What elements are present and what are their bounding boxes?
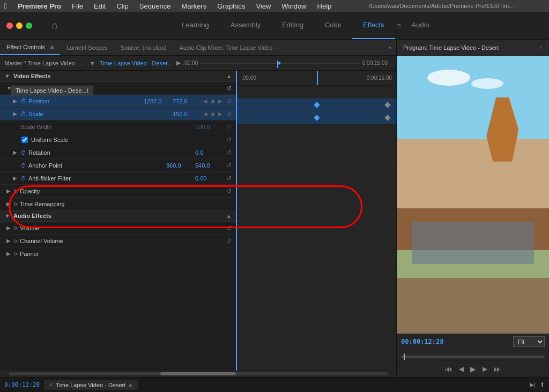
tab-effects[interactable]: Effects [352,12,395,39]
scale-keyframe-end[interactable] [384,115,390,120]
rotation-stopwatch-icon[interactable]: ⏱ [20,149,26,156]
uniform-scale-checkbox[interactable] [21,137,28,143]
anchor-stopwatch-icon[interactable]: ⏱ [20,162,26,169]
video-effects-expand-arrow[interactable]: ▼ [4,73,10,79]
step-forward-btn[interactable]: ▶ [483,365,487,373]
panner-expand-arrow[interactable]: ▶ [6,251,12,257]
transport-playhead[interactable] [404,353,405,360]
menu-edit[interactable]: Edit [90,2,110,10]
position-forward-btn[interactable]: ▶ [217,98,224,104]
anti-flicker-expand-arrow[interactable]: ▶ [13,175,18,181]
scale-stopwatch-icon[interactable]: ⏱ [20,111,26,117]
position-diamond-btn[interactable]: ◆ [209,98,217,104]
position-reset-btn[interactable]: ↺ [226,97,232,105]
clip-play-arrow[interactable]: ▶ [176,59,181,66]
time-remapping-expand-arrow[interactable]: ▶ [6,201,12,207]
bottom-play-btn[interactable]: ▶| [530,381,536,388]
video-effects-scroll-btn[interactable]: ▲ [226,73,232,79]
volume-reset-btn[interactable]: ↺ [226,224,232,232]
menu-clip[interactable]: Clip [112,2,132,10]
opacity-reset-btn[interactable]: ↺ [226,187,232,195]
position-value-y[interactable]: 772.0 [173,98,199,104]
home-icon[interactable]: ⌂ [47,18,62,33]
rotation-expand-arrow[interactable]: ▶ [13,149,18,155]
anti-flicker-value[interactable]: 0.00 [195,175,222,182]
position-value-x[interactable]: 1287.0 [144,98,170,104]
menu-window[interactable]: Window [277,2,310,10]
menu-sequence[interactable]: Sequence [135,2,175,10]
position-stopwatch-icon[interactable]: ⏱ [20,98,26,104]
monitor-menu-icon[interactable]: ≡ [539,44,543,51]
anchor-value-x[interactable]: 960.0 [166,162,193,169]
workspace-menu-icon[interactable]: ≡ [397,22,401,29]
tab-editing[interactable]: Editing [271,12,314,39]
effect-controls-tab[interactable]: Effect Controls ≡ [0,40,60,55]
position-expand-arrow[interactable]: ▶ [13,98,18,104]
step-back-btn[interactable]: ◀ [459,365,464,373]
opacity-expand-arrow[interactable]: ▶ [6,188,12,194]
effect-controls-menu-icon[interactable]: ≡ [50,44,54,50]
volume-expand-arrow[interactable]: ▶ [6,225,12,231]
scale-value[interactable]: 150.0 [173,111,199,117]
channel-volume-expand-arrow[interactable]: ▶ [6,238,12,244]
menu-help[interactable]: Help [313,2,336,10]
audio-effects-scroll-btn[interactable]: ▲ [226,213,232,219]
anchor-reset-btn[interactable]: ↺ [226,162,232,169]
menu-view[interactable]: View [251,2,275,10]
position-keyframe-at-time[interactable] [314,102,320,108]
source-tab[interactable]: Source: (no clips) [114,40,173,55]
program-timecode[interactable]: 00:00:12:28 [401,338,443,345]
bottom-tab-menu-icon[interactable]: ≡ [129,382,132,388]
audio-clip-mixer-tab[interactable]: Audio Clip Mixer: Time Lapse Video [173,40,279,55]
motion-timeline-row [237,86,396,99]
scale-back-btn[interactable]: ◀ [202,111,209,117]
anchor-value-y[interactable]: 540.0 [195,162,222,169]
position-keyframe-end[interactable] [384,102,390,108]
rotation-reset-btn[interactable]: ↺ [226,149,232,156]
motion-reset-btn[interactable]: ↺ [226,85,232,92]
tab-learning[interactable]: Learning [171,12,220,39]
menu-graphics[interactable]: Graphics [213,2,249,10]
tab-assembly[interactable]: Assembly [220,12,271,39]
menu-file[interactable]: File [68,2,87,10]
tab-color[interactable]: Color [314,12,352,39]
clip-dropdown-arrow[interactable]: ▼ [90,60,95,66]
panner-fx-badge: fx [14,251,18,257]
uniform-scale-reset-btn[interactable]: ↺ [226,136,232,144]
minimize-button[interactable] [16,22,23,29]
panel-expand-button[interactable]: » [384,44,396,51]
scale-expand-arrow[interactable]: ▶ [13,111,18,117]
position-back-btn[interactable]: ◀ [202,98,209,104]
scale-reset-btn[interactable]: ↺ [226,110,232,118]
go-to-in-btn[interactable]: ⏮ [445,365,452,373]
play-stop-btn[interactable]: ▶ [470,365,476,373]
maximize-button[interactable] [26,22,32,29]
horiz-scroll-thumb[interactable] [160,372,236,375]
time-start: :00:00 [183,60,198,66]
rotation-value[interactable]: 0.0 [195,149,222,156]
menu-markers[interactable]: Markers [177,2,211,10]
uniform-scale-label: Uniform Scale [31,137,224,143]
audio-effects-expand-arrow[interactable]: ▼ [4,213,10,219]
program-monitor: Program: Time Lapse Video - Desert ≡ 00:… [397,40,549,377]
fit-select[interactable]: Fit 25% 50% 75% 100% [513,336,545,347]
channel-volume-reset-btn[interactable]: ↺ [226,237,232,245]
bottom-export-btn[interactable]: ⬆ [540,381,545,388]
clip-name[interactable]: Time Lapse Video - Deser... [100,60,173,66]
horiz-scrollbar[interactable] [0,371,396,377]
scale-width-reset-btn[interactable]: ↺ [226,123,232,131]
bottom-timeline-tab[interactable]: × Time Lapse Video - Desert ≡ [44,380,138,390]
bottom-tab-close[interactable]: × [49,382,53,388]
scale-width-value[interactable]: 100.0 [195,124,222,130]
anti-flicker-reset-btn[interactable]: ↺ [226,175,232,182]
scale-keyframe-at-time[interactable] [314,115,320,120]
go-to-out-btn[interactable]: ⏭ [494,365,501,373]
scale-forward-btn[interactable]: ▶ [217,111,224,117]
lumetri-scopes-tab[interactable]: Lumetri Scopes [60,40,114,55]
close-button[interactable] [6,22,13,29]
volume-row: ▶ fx Volume ↺ [0,222,236,235]
tab-audio[interactable]: Audio [401,12,440,39]
anti-flicker-stopwatch-icon[interactable]: ⏱ [20,175,26,182]
scale-diamond-btn[interactable]: ◆ [209,111,217,117]
app-name[interactable]: Premiere Pro [13,2,65,10]
